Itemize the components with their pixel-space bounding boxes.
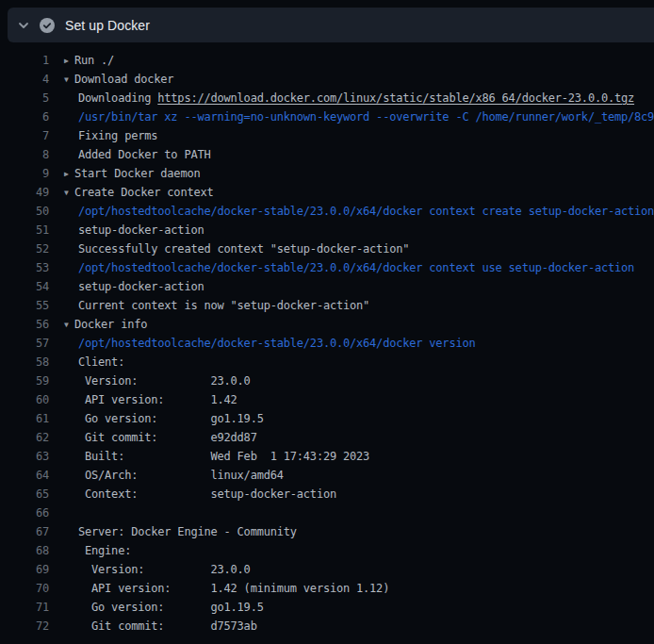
log-text: ▼Create Docker context (64, 186, 214, 199)
log-line-number[interactable]: 67 (0, 525, 49, 538)
log-line-number[interactable]: 4 (0, 73, 49, 86)
log-line[interactable]: 1▶Run ./ (0, 51, 654, 70)
log-line-number[interactable]: 6 (0, 110, 49, 124)
log-line-number[interactable]: 49 (0, 186, 49, 199)
log-text: setup-docker-action (64, 223, 204, 237)
log-line-number[interactable]: 63 (0, 450, 49, 463)
log-line: 69 Version: 23.0.0 (0, 560, 654, 579)
log-line-number[interactable]: 70 (0, 582, 49, 595)
chevron-down-icon[interactable] (8, 18, 40, 33)
caret-down-icon[interactable]: ▼ (64, 321, 74, 329)
log-text: API version: 1.42 (64, 393, 237, 406)
log-text: ▼Docker info (64, 318, 147, 331)
log-line: 68 Engine: (0, 541, 654, 560)
log-line: 6/usr/bin/tar xz --warning=no-unknown-ke… (0, 107, 654, 126)
log-command-text: /opt/hostedtoolcache/docker-stable/23.0.… (64, 205, 654, 218)
log-text: Context: setup-docker-action (64, 487, 336, 501)
log-group-title: Docker info (74, 318, 147, 331)
log-line-number[interactable]: 69 (0, 563, 49, 576)
caret-down-icon[interactable]: ▼ (64, 75, 74, 84)
log-line: 72 Git commit: d7573ab (0, 617, 654, 636)
log-link[interactable]: https://download.docker.com/linux/static… (157, 91, 634, 105)
log-line-number[interactable]: 5 (0, 91, 49, 105)
log-text: API version: 1.42 (minimum version 1.12) (64, 582, 389, 595)
log-line-number[interactable]: 7 (0, 129, 49, 142)
check-circle-icon (40, 18, 55, 33)
log-text: ▶Start Docker daemon (64, 167, 200, 180)
log-line: 60 API version: 1.42 (0, 390, 654, 409)
log-line-number[interactable]: 71 (0, 601, 49, 614)
log-text: Version: 23.0.0 (64, 563, 251, 576)
log-line: 51setup-docker-action (0, 221, 654, 239)
log-line-number[interactable]: 55 (0, 299, 49, 312)
log-line: 5Downloading https://download.docker.com… (0, 89, 654, 107)
log-command-text: /usr/bin/tar xz --warning=no-unknown-key… (64, 110, 654, 124)
log-text: Downloading https://download.docker.com/… (64, 91, 634, 105)
log-line-number[interactable]: 1 (0, 54, 49, 67)
log-line-number[interactable]: 59 (0, 374, 49, 388)
log-text: ▼Download docker (64, 73, 173, 86)
log-line-number[interactable]: 50 (0, 205, 49, 218)
log-line-number[interactable]: 60 (0, 393, 49, 406)
log-line[interactable]: 56▼Docker info (0, 315, 654, 334)
log-line: 55Current context is now "setup-docker-a… (0, 296, 654, 315)
log-line[interactable]: 49▼Create Docker context (0, 183, 654, 202)
log-line-number[interactable]: 53 (0, 261, 49, 274)
log-line[interactable]: 4▼Download docker (0, 70, 654, 89)
log-line-number[interactable]: 54 (0, 280, 49, 293)
log-text: ▶Run ./ (64, 54, 114, 67)
caret-down-icon[interactable]: ▼ (64, 189, 74, 197)
log-text: Built: Wed Feb 1 17:43:29 2023 (64, 450, 369, 463)
log-line: 61 Go version: go1.19.5 (0, 409, 654, 428)
log-line-number[interactable]: 58 (0, 355, 49, 369)
log-line-number[interactable]: 56 (0, 318, 49, 331)
log-line[interactable]: 9▶Start Docker daemon (0, 164, 654, 183)
log-line: 63 Built: Wed Feb 1 17:43:29 2023 (0, 447, 654, 466)
log-group-title: Run ./ (74, 54, 114, 67)
step-title: Set up Docker (65, 18, 150, 33)
log-line: 65 Context: setup-docker-action (0, 485, 654, 504)
log-line: 67Server: Docker Engine - Community (0, 522, 654, 541)
step-header[interactable]: Set up Docker (8, 8, 654, 42)
log-line: 71 Go version: go1.19.5 (0, 598, 654, 617)
log-line-number[interactable]: 64 (0, 469, 49, 482)
log-group-title: Download docker (74, 73, 173, 86)
log-line-number[interactable]: 65 (0, 487, 49, 501)
log-text: OS/Arch: linux/amd64 (64, 469, 284, 482)
log-text: Current context is now "setup-docker-act… (64, 299, 369, 312)
log-text: Go version: go1.19.5 (64, 412, 264, 425)
log-line-number[interactable]: 51 (0, 223, 49, 237)
log-text: Go version: go1.19.5 (64, 601, 264, 614)
log-text: setup-docker-action (64, 280, 204, 293)
log-line: 62 Git commit: e92dd87 (0, 428, 654, 447)
log-line-number[interactable]: 8 (0, 148, 49, 161)
log-command-text: /opt/hostedtoolcache/docker-stable/23.0.… (64, 261, 634, 274)
log-text: Engine: (64, 544, 131, 557)
log-line: 57/opt/hostedtoolcache/docker-stable/23.… (0, 334, 654, 353)
log-line: 7Fixing perms (0, 126, 654, 145)
log-line: 58Client: (0, 353, 654, 372)
log-line: 50/opt/hostedtoolcache/docker-stable/23.… (0, 202, 654, 221)
log-text: Server: Docker Engine - Community (64, 525, 297, 538)
log-line: 52Successfully created context "setup-do… (0, 239, 654, 258)
log-container: 1▶Run ./4▼Download docker5Downloading ht… (0, 42, 654, 644)
log-line-number[interactable]: 52 (0, 242, 49, 256)
log-line: 66 (0, 504, 654, 522)
log-line-number[interactable]: 61 (0, 412, 49, 425)
caret-right-icon[interactable]: ▶ (64, 170, 74, 178)
log-text: Fixing perms (64, 129, 157, 142)
caret-right-icon[interactable]: ▶ (64, 57, 74, 65)
log-line: 64 OS/Arch: linux/amd64 (0, 466, 654, 485)
log-text: Successfully created context "setup-dock… (64, 242, 409, 256)
log-line: 70 API version: 1.42 (minimum version 1.… (0, 579, 654, 598)
log-line-number[interactable]: 72 (0, 619, 49, 633)
log-line-number[interactable]: 66 (0, 506, 49, 520)
log-line-number[interactable]: 68 (0, 544, 49, 557)
log-line: 54setup-docker-action (0, 277, 654, 296)
log-text: Added Docker to PATH (64, 148, 211, 161)
log-line-number[interactable]: 57 (0, 337, 49, 350)
log-line-number[interactable]: 9 (0, 167, 49, 180)
log-line-number[interactable]: 62 (0, 431, 49, 444)
log-line: 8Added Docker to PATH (0, 145, 654, 164)
log-line: 53/opt/hostedtoolcache/docker-stable/23.… (0, 258, 654, 277)
